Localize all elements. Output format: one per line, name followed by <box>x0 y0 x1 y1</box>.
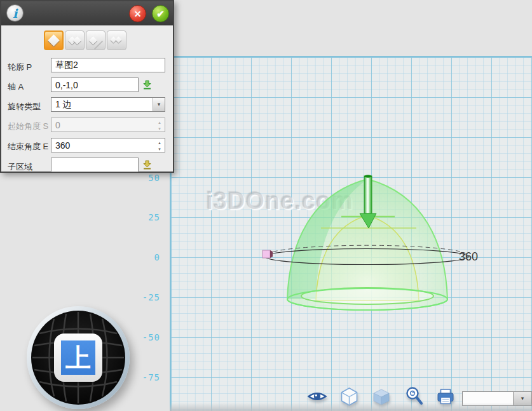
info-icon[interactable]: i <box>6 4 24 22</box>
diamond-icon <box>48 34 59 46</box>
arrow-shaft <box>364 176 372 213</box>
start-angle-label: 起始角度 S <box>8 121 48 132</box>
mode-button-4[interactable] <box>107 30 126 50</box>
cancel-button[interactable]: ✕ <box>129 5 146 22</box>
chevron-down-icon[interactable]: ▾ <box>153 98 165 111</box>
revolve-dialog: i ✕ ✔ <box>0 0 174 173</box>
pick-axis-icon[interactable] <box>142 79 153 90</box>
end-angle-input[interactable] <box>51 138 165 152</box>
pick-subregion-icon[interactable] <box>142 159 153 170</box>
navcube-top-face[interactable]: 上 <box>54 334 102 382</box>
app-window: 50 25 0 -25 -50 -75 i3DOne.com <box>0 0 532 411</box>
revolve-type-dropdown[interactable]: 1 边 ▾ <box>51 97 165 112</box>
profile-input[interactable] <box>51 58 165 72</box>
spinner-down-icon: ▾ <box>156 127 163 131</box>
axis-label: 轴 A <box>8 81 24 93</box>
navball-sphere[interactable]: 上 <box>31 311 125 405</box>
mode-button-revolve[interactable] <box>44 30 64 50</box>
spinner-up-icon: ▴ <box>156 121 163 125</box>
diamond-slash-icon <box>89 36 103 46</box>
view-navigation-ball[interactable]: 上 <box>27 306 130 409</box>
visibility-eye-icon[interactable] <box>308 390 327 403</box>
end-angle-label: 结束角度 E <box>8 141 48 152</box>
confirm-button[interactable]: ✔ <box>152 5 169 22</box>
revolve-type-label: 旋转类型 <box>8 101 41 112</box>
revolve-type-value: 1 边 <box>55 99 72 109</box>
spinner-down-icon[interactable]: ▾ <box>156 147 163 151</box>
revolve-mode-buttons <box>44 30 126 50</box>
profile-label: 轮廓 P <box>8 62 32 73</box>
mode-button-3[interactable] <box>86 30 106 50</box>
viewport-bottom-shade <box>170 403 532 411</box>
arrow-cap <box>364 175 372 177</box>
start-angle-input <box>51 118 165 132</box>
angle-label: 360 <box>459 250 478 263</box>
spinner-up-icon[interactable]: ▴ <box>156 141 163 145</box>
subregion-input[interactable] <box>51 158 139 172</box>
mode-button-2[interactable] <box>65 30 85 50</box>
navcube-face-label[interactable]: 上 <box>61 340 95 375</box>
dialog-titlebar[interactable]: i ✕ ✔ <box>1 1 173 25</box>
split-diamond-icon <box>110 36 124 46</box>
angle-drag-handle[interactable] <box>263 250 273 258</box>
double-diamond-icon <box>68 36 82 46</box>
subregion-label: 子区域 <box>8 161 32 173</box>
axis-input[interactable] <box>51 77 139 92</box>
